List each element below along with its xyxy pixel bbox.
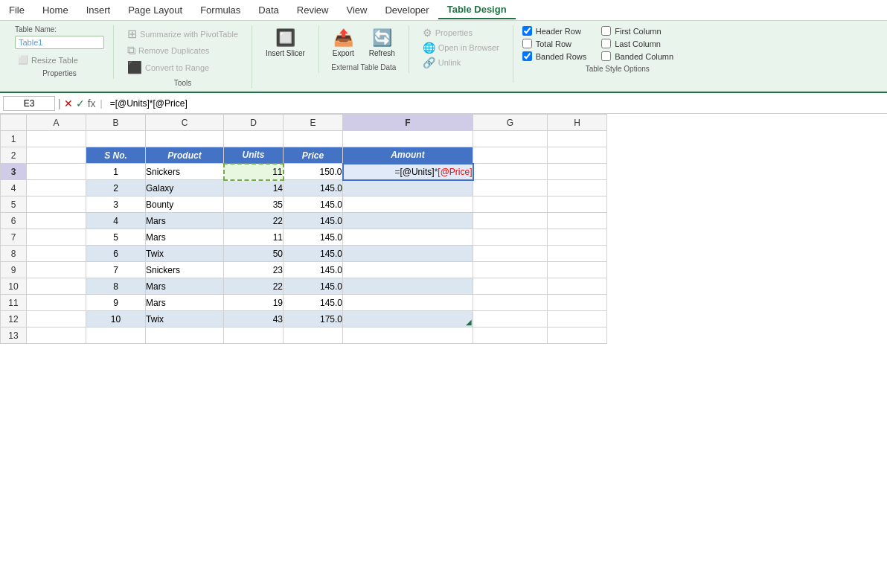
row-number-13[interactable]: 13: [1, 327, 27, 344]
cell-f8[interactable]: [343, 246, 473, 262]
cell-d12[interactable]: 43: [224, 311, 284, 327]
header-row-checkbox[interactable]: [522, 26, 532, 36]
export-btn[interactable]: 📤 Export: [328, 25, 359, 60]
banded-column-option[interactable]: Banded Column: [601, 51, 673, 62]
cell-b9[interactable]: 7: [86, 262, 146, 278]
menu-page-layout[interactable]: Page Layout: [119, 1, 191, 19]
cell-e2-header[interactable]: Price: [284, 147, 343, 164]
cell-a5[interactable]: [27, 196, 86, 213]
cell-g3[interactable]: [473, 164, 548, 180]
cell-c5[interactable]: Bounty: [146, 196, 224, 213]
cell-b7[interactable]: 5: [86, 229, 146, 246]
col-header-e[interactable]: E: [284, 115, 343, 131]
cell-b8[interactable]: 6: [86, 246, 146, 262]
cell-e6[interactable]: 145.0: [284, 213, 343, 229]
cell-a13[interactable]: [27, 327, 86, 344]
cell-e4[interactable]: 145.0: [284, 180, 343, 196]
cell-g10[interactable]: [473, 278, 548, 295]
menu-developer[interactable]: Developer: [376, 1, 438, 19]
cell-f12[interactable]: ◢: [343, 311, 473, 327]
cell-g13[interactable]: [473, 327, 548, 344]
cell-g5[interactable]: [473, 196, 548, 213]
cell-h4[interactable]: [548, 180, 607, 196]
cell-e8[interactable]: 145.0: [284, 246, 343, 262]
cell-d11[interactable]: 19: [224, 295, 284, 311]
cell-e10[interactable]: 145.0: [284, 278, 343, 295]
cell-e9[interactable]: 145.0: [284, 262, 343, 278]
cell-f4[interactable]: [343, 180, 473, 196]
banded-column-checkbox[interactable]: [601, 51, 611, 61]
cell-h2[interactable]: [548, 147, 607, 164]
col-header-a[interactable]: A: [27, 115, 86, 131]
first-column-option[interactable]: First Column: [601, 25, 673, 36]
col-header-d[interactable]: D: [224, 115, 284, 131]
cell-g12[interactable]: [473, 311, 548, 327]
cell-f3-formula[interactable]: =[@Units]*[@Price]: [343, 164, 473, 180]
cell-h12[interactable]: [548, 311, 607, 327]
cell-f10[interactable]: [343, 278, 473, 295]
last-column-option[interactable]: Last Column: [601, 38, 673, 49]
cell-b12[interactable]: 10: [86, 311, 146, 327]
cell-d2-header[interactable]: Units: [224, 147, 284, 164]
confirm-formula-icon[interactable]: ✓: [76, 98, 85, 109]
col-header-h[interactable]: H: [548, 115, 607, 131]
cell-g4[interactable]: [473, 180, 548, 196]
menu-view[interactable]: View: [337, 1, 376, 19]
cell-c2-header[interactable]: Product: [146, 147, 224, 164]
cell-b13[interactable]: [86, 327, 146, 344]
total-row-checkbox[interactable]: [522, 39, 532, 48]
row-number-5[interactable]: 5: [1, 196, 27, 213]
cell-b1[interactable]: [86, 131, 146, 147]
cell-e11[interactable]: 145.0: [284, 295, 343, 311]
cell-c7[interactable]: Mars: [146, 229, 224, 246]
cell-d8[interactable]: 50: [224, 246, 284, 262]
cell-d1[interactable]: [224, 131, 284, 147]
cell-c9[interactable]: Snickers: [146, 262, 224, 278]
cell-b4[interactable]: 2: [86, 180, 146, 196]
cell-h10[interactable]: [548, 278, 607, 295]
menu-insert[interactable]: Insert: [77, 1, 120, 19]
cell-reference-box[interactable]: [3, 96, 55, 111]
menu-formulas[interactable]: Formulas: [191, 1, 249, 19]
menu-file[interactable]: File: [0, 1, 33, 19]
total-row-option[interactable]: Total Row: [522, 38, 587, 49]
col-header-c[interactable]: C: [146, 115, 224, 131]
row-number-9[interactable]: 9: [1, 262, 27, 278]
cell-e5[interactable]: 145.0: [284, 196, 343, 213]
row-number-6[interactable]: 6: [1, 213, 27, 229]
row-number-7[interactable]: 7: [1, 229, 27, 246]
first-column-checkbox[interactable]: [601, 26, 611, 36]
cell-a6[interactable]: [27, 213, 86, 229]
banded-rows-option[interactable]: Banded Rows: [522, 51, 587, 62]
formula-input[interactable]: [107, 97, 884, 110]
cell-e1[interactable]: [284, 131, 343, 147]
cell-h13[interactable]: [548, 327, 607, 344]
banded-rows-checkbox[interactable]: [522, 51, 532, 61]
row-number-8[interactable]: 8: [1, 246, 27, 262]
cell-b6[interactable]: 4: [86, 213, 146, 229]
row-number-1[interactable]: 1: [1, 131, 27, 147]
cell-c3[interactable]: Snickers: [146, 164, 224, 180]
row-number-2[interactable]: 2: [1, 147, 27, 164]
cell-a9[interactable]: [27, 262, 86, 278]
refresh-btn[interactable]: 🔄 Refresh: [365, 25, 400, 60]
row-number-4[interactable]: 4: [1, 180, 27, 196]
cell-g1[interactable]: [473, 131, 548, 147]
cell-b10[interactable]: 8: [86, 278, 146, 295]
row-number-3[interactable]: 3: [1, 164, 27, 180]
header-row-option[interactable]: Header Row: [522, 25, 587, 36]
cell-d3[interactable]: 11: [224, 164, 284, 180]
spreadsheet-container[interactable]: A B C D E F G H 1: [0, 114, 887, 344]
remove-duplicates-btn[interactable]: ⧉ Remove Duplicates: [123, 42, 243, 59]
cell-g9[interactable]: [473, 262, 548, 278]
insert-function-icon[interactable]: fx: [88, 98, 96, 109]
cell-a12[interactable]: [27, 311, 86, 327]
cell-b11[interactable]: 9: [86, 295, 146, 311]
cell-h1[interactable]: [548, 131, 607, 147]
cell-f13[interactable]: [343, 327, 473, 344]
cell-g11[interactable]: [473, 295, 548, 311]
cell-h6[interactable]: [548, 213, 607, 229]
cell-c13[interactable]: [146, 327, 224, 344]
cancel-formula-icon[interactable]: ✕: [64, 98, 73, 109]
cell-d4[interactable]: 14: [224, 180, 284, 196]
